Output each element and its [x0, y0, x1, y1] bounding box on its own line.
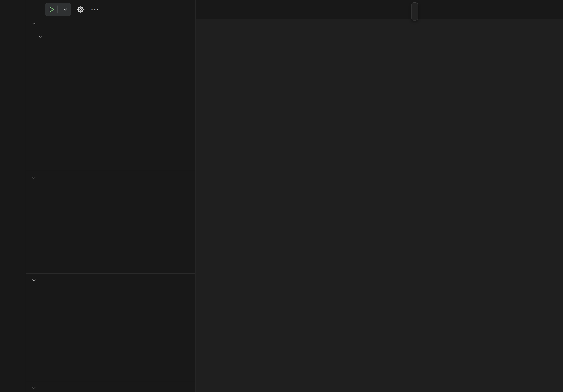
activity-bar-bottom — [0, 391, 26, 392]
editor-area — [196, 0, 563, 392]
breakpoints-section-header[interactable] — [26, 383, 195, 392]
breadcrumb — [196, 19, 563, 34]
call-stack-section — [26, 275, 195, 285]
activity-bar — [0, 0, 26, 392]
debug-settings-gear-icon[interactable] — [76, 5, 85, 14]
editor-code — [196, 34, 563, 37]
chevron-down-icon[interactable] — [31, 277, 37, 283]
run-debug-sidebar: ⋯ — [26, 0, 195, 392]
chevron-down-icon[interactable] — [62, 7, 68, 13]
chevron-down-icon[interactable] — [38, 34, 48, 39]
sidebar-header: ⋯ — [26, 0, 195, 19]
breakpoints-section — [26, 383, 195, 392]
chevron-down-icon[interactable] — [31, 21, 37, 26]
more-actions-icon[interactable]: ⋯ — [90, 8, 100, 12]
chevron-down-icon[interactable] — [31, 175, 37, 181]
section-separator — [26, 273, 195, 274]
watch-section-header[interactable] — [26, 173, 195, 183]
debug-config-dropdown[interactable] — [45, 3, 71, 16]
chevron-down-icon[interactable] — [31, 385, 37, 391]
section-separator — [26, 381, 195, 381]
start-debug-icon[interactable] — [48, 6, 55, 13]
scope-row[interactable] — [26, 30, 195, 43]
call-stack-section-header[interactable] — [26, 275, 195, 285]
section-separator — [26, 171, 195, 171]
variables-section — [26, 19, 195, 43]
watch-section — [26, 173, 195, 183]
debug-toolbar — [411, 2, 418, 21]
divider — [57, 6, 58, 13]
variables-section-header[interactable] — [26, 19, 195, 28]
editor-tabs — [196, 0, 563, 19]
